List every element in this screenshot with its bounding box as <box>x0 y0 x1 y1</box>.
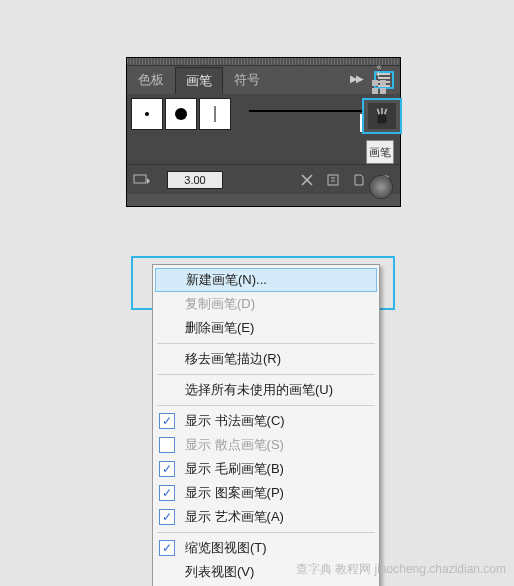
svg-line-9 <box>378 109 380 114</box>
svg-rect-5 <box>372 80 378 86</box>
tab-symbols[interactable]: 符号 <box>223 66 271 94</box>
dock-brushes-label[interactable]: 画笔 <box>366 140 394 164</box>
tab-brushes[interactable]: 画笔 <box>175 67 223 94</box>
menu-item-label: 新建画笔(N)... <box>186 271 267 289</box>
brush-cup-icon <box>373 107 391 125</box>
brush-swatch-area <box>127 94 239 164</box>
watermark-text: 查字典 教程网 jiaocheng.chazidian.com <box>296 561 506 578</box>
menu-item-label: 显示 艺术画笔(A) <box>185 508 284 526</box>
svg-rect-1 <box>134 175 146 183</box>
menu-item[interactable]: 新建画笔(N)... <box>155 268 377 292</box>
remove-stroke-icon[interactable] <box>298 171 316 189</box>
menu-item-label: 移去画笔描边(R) <box>185 350 281 368</box>
menu-item-label: 删除画笔(E) <box>185 319 254 337</box>
menu-item-label: 显示 散点画笔(S) <box>185 436 284 454</box>
menu-item[interactable]: ✓显示 毛刷画笔(B) <box>153 457 379 481</box>
svg-rect-7 <box>372 88 378 94</box>
svg-rect-6 <box>380 80 386 86</box>
menu-item[interactable]: 选择所有未使用的画笔(U) <box>153 378 379 402</box>
checkmark-icon: ✓ <box>159 485 175 501</box>
menu-item-label: 复制画笔(D) <box>185 295 255 313</box>
panel-footer: 3.00 <box>127 164 400 194</box>
brush-type-dropdown[interactable] <box>133 173 159 187</box>
menu-item-label: 显示 书法画笔(C) <box>185 412 285 430</box>
color-wheel-icon[interactable] <box>370 176 392 198</box>
stroke-size-field[interactable]: 3.00 <box>167 171 223 189</box>
menu-item[interactable]: ✓显示 图案画笔(P) <box>153 481 379 505</box>
menu-item-label: 列表视图(V) <box>185 563 254 581</box>
menu-item-label: 选择所有未使用的画笔(U) <box>185 381 333 399</box>
menu-item: 复制画笔(D) <box>153 292 379 316</box>
svg-rect-8 <box>380 88 386 94</box>
menu-separator <box>157 343 375 344</box>
dock-brushes-button[interactable] <box>362 98 402 134</box>
panel-tab-row: 色板 画笔 符号 ▶▶ <box>127 66 400 94</box>
new-brush-icon[interactable] <box>350 171 368 189</box>
menu-item[interactable]: ✓缩览图视图(T) <box>153 536 379 560</box>
checkmark-icon: ✓ <box>159 509 175 525</box>
menu-item[interactable]: 移去画笔描边(R) <box>153 347 379 371</box>
menu-item[interactable]: ✓显示 艺术画笔(A) <box>153 505 379 529</box>
checkmark-icon: ✓ <box>159 461 175 477</box>
panel-right-dock: « <box>364 62 394 96</box>
dock-collapse-icon[interactable]: « <box>364 62 394 72</box>
panel-body: 基本 <box>127 94 400 164</box>
panel-options-menu: 新建画笔(N)...复制画笔(D)删除画笔(E)移去画笔描边(R)选择所有未使用… <box>152 264 380 586</box>
menu-separator <box>157 532 375 533</box>
brush-swatch-stroke[interactable] <box>199 98 231 130</box>
stroke-options-icon[interactable] <box>324 171 342 189</box>
menu-separator <box>157 405 375 406</box>
grid-view-icon[interactable] <box>364 78 394 96</box>
svg-line-11 <box>385 109 387 114</box>
svg-rect-2 <box>328 175 338 185</box>
menu-item-label: 显示 毛刷画笔(B) <box>185 460 284 478</box>
menu-item[interactable]: ✓显示 书法画笔(C) <box>153 409 379 433</box>
menu-item: ✓显示 散点画笔(S) <box>153 433 379 457</box>
checkmark-icon: ✓ <box>159 540 175 556</box>
checkmark-icon: ✓ <box>159 437 175 453</box>
menu-item[interactable]: 删除画笔(E) <box>153 316 379 340</box>
panel-grip[interactable] <box>127 58 400 66</box>
brush-swatch-small[interactable] <box>131 98 163 130</box>
menu-item-label: 缩览图视图(T) <box>185 539 267 557</box>
checkmark-icon: ✓ <box>159 413 175 429</box>
brush-swatch-medium[interactable] <box>165 98 197 130</box>
tab-swatches[interactable]: 色板 <box>127 66 175 94</box>
menu-separator <box>157 374 375 375</box>
brushes-panel: 色板 画笔 符号 ▶▶ 基本 3.00 <box>126 57 401 207</box>
menu-item-label: 显示 图案画笔(P) <box>185 484 284 502</box>
